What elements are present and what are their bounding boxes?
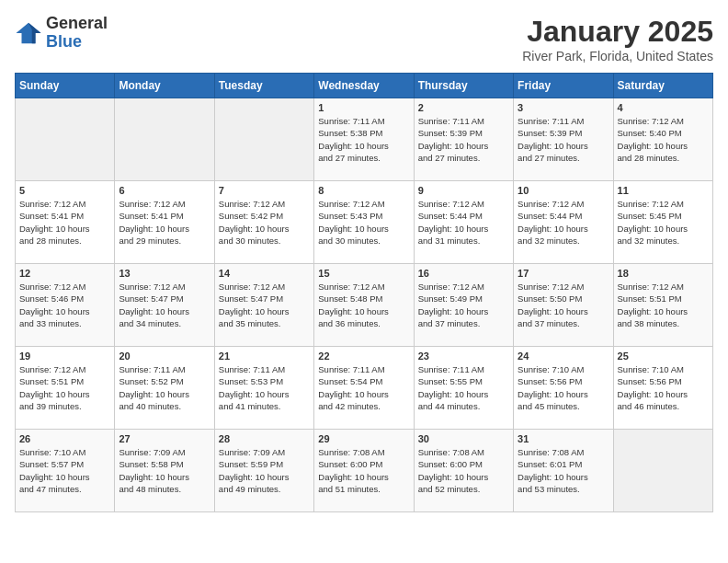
day-info: Sunrise: 7:11 AM Sunset: 5:53 PM Dayligh…: [219, 363, 310, 412]
day-info: Sunrise: 7:12 AM Sunset: 5:40 PM Dayligh…: [618, 115, 709, 164]
day-number: 21: [219, 350, 310, 362]
calendar-cell: 5Sunrise: 7:12 AM Sunset: 5:41 PM Daylig…: [16, 181, 115, 264]
calendar-cell: 8Sunrise: 7:12 AM Sunset: 5:43 PM Daylig…: [314, 181, 414, 264]
header-row: SundayMondayTuesdayWednesdayThursdayFrid…: [16, 74, 713, 98]
header-wednesday: Wednesday: [314, 74, 414, 98]
day-info: Sunrise: 7:11 AM Sunset: 5:55 PM Dayligh…: [418, 363, 509, 412]
day-info: Sunrise: 7:12 AM Sunset: 5:47 PM Dayligh…: [219, 281, 310, 329]
week-row-1: 1Sunrise: 7:11 AM Sunset: 5:38 PM Daylig…: [16, 98, 713, 181]
day-number: 13: [119, 268, 210, 279]
calendar-cell: 22Sunrise: 7:11 AM Sunset: 5:54 PM Dayli…: [314, 347, 414, 430]
day-number: 31: [518, 433, 609, 444]
header-thursday: Thursday: [414, 74, 513, 98]
calendar-cell: 31Sunrise: 7:08 AM Sunset: 6:01 PM Dayli…: [514, 430, 613, 512]
day-info: Sunrise: 7:08 AM Sunset: 6:00 PM Dayligh…: [418, 446, 509, 495]
header-monday: Monday: [115, 74, 214, 98]
week-row-5: 26Sunrise: 7:10 AM Sunset: 5:57 PM Dayli…: [16, 430, 713, 512]
calendar-cell: 10Sunrise: 7:12 AM Sunset: 5:44 PM Dayli…: [514, 181, 613, 264]
page-header: General Blue January 2025 River Park, Fl…: [15, 15, 713, 63]
page-subtitle: River Park, Florida, United States: [522, 49, 713, 63]
calendar-cell: 18Sunrise: 7:12 AM Sunset: 5:51 PM Dayli…: [613, 264, 712, 347]
day-number: 14: [219, 268, 310, 279]
logo: General Blue: [15, 15, 108, 52]
day-number: 28: [219, 433, 310, 444]
day-info: Sunrise: 7:12 AM Sunset: 5:44 PM Dayligh…: [518, 198, 609, 247]
day-number: 9: [418, 185, 509, 196]
calendar-cell: 28Sunrise: 7:09 AM Sunset: 5:59 PM Dayli…: [214, 430, 313, 512]
day-number: 18: [618, 268, 709, 279]
day-number: 10: [518, 185, 609, 196]
calendar-body: 1Sunrise: 7:11 AM Sunset: 5:38 PM Daylig…: [16, 98, 713, 512]
header-tuesday: Tuesday: [214, 74, 313, 98]
day-info: Sunrise: 7:12 AM Sunset: 5:43 PM Dayligh…: [318, 198, 409, 247]
day-number: 7: [219, 185, 310, 196]
day-number: 30: [418, 433, 509, 444]
day-number: 11: [618, 185, 709, 196]
calendar-cell: 20Sunrise: 7:11 AM Sunset: 5:52 PM Dayli…: [115, 347, 214, 430]
day-info: Sunrise: 7:12 AM Sunset: 5:51 PM Dayligh…: [618, 281, 709, 329]
calendar-cell: 17Sunrise: 7:12 AM Sunset: 5:50 PM Dayli…: [514, 264, 613, 347]
calendar-cell: 6Sunrise: 7:12 AM Sunset: 5:41 PM Daylig…: [115, 181, 214, 264]
week-row-4: 19Sunrise: 7:12 AM Sunset: 5:51 PM Dayli…: [16, 347, 713, 430]
day-info: Sunrise: 7:09 AM Sunset: 5:59 PM Dayligh…: [219, 446, 310, 495]
day-number: 19: [19, 350, 110, 362]
calendar-cell: 1Sunrise: 7:11 AM Sunset: 5:38 PM Daylig…: [314, 98, 414, 181]
day-info: Sunrise: 7:10 AM Sunset: 5:56 PM Dayligh…: [518, 363, 609, 412]
day-info: Sunrise: 7:12 AM Sunset: 5:41 PM Dayligh…: [119, 198, 210, 247]
day-info: Sunrise: 7:11 AM Sunset: 5:52 PM Dayligh…: [119, 363, 210, 412]
day-number: 4: [618, 102, 709, 113]
day-info: Sunrise: 7:10 AM Sunset: 5:56 PM Dayligh…: [618, 363, 709, 412]
day-info: Sunrise: 7:12 AM Sunset: 5:41 PM Dayligh…: [19, 198, 110, 247]
day-info: Sunrise: 7:12 AM Sunset: 5:44 PM Dayligh…: [418, 198, 509, 247]
header-sunday: Sunday: [16, 74, 115, 98]
calendar-cell: 25Sunrise: 7:10 AM Sunset: 5:56 PM Dayli…: [613, 347, 712, 430]
calendar-cell: [115, 98, 214, 181]
day-number: 8: [318, 185, 409, 196]
day-info: Sunrise: 7:12 AM Sunset: 5:51 PM Dayligh…: [19, 363, 110, 412]
calendar-cell: 3Sunrise: 7:11 AM Sunset: 5:39 PM Daylig…: [514, 98, 613, 181]
header-friday: Friday: [514, 74, 613, 98]
day-info: Sunrise: 7:10 AM Sunset: 5:57 PM Dayligh…: [19, 446, 110, 495]
calendar-cell: 29Sunrise: 7:08 AM Sunset: 6:00 PM Dayli…: [314, 430, 414, 512]
calendar-cell: 19Sunrise: 7:12 AM Sunset: 5:51 PM Dayli…: [16, 347, 115, 430]
title-block: January 2025 River Park, Florida, United…: [522, 15, 713, 63]
day-number: 29: [318, 433, 409, 444]
logo-icon: [15, 19, 42, 47]
week-row-2: 5Sunrise: 7:12 AM Sunset: 5:41 PM Daylig…: [16, 181, 713, 264]
day-info: Sunrise: 7:12 AM Sunset: 5:45 PM Dayligh…: [618, 198, 709, 247]
calendar-cell: 12Sunrise: 7:12 AM Sunset: 5:46 PM Dayli…: [16, 264, 115, 347]
page-title: January 2025: [522, 15, 713, 49]
day-info: Sunrise: 7:12 AM Sunset: 5:42 PM Dayligh…: [219, 198, 310, 247]
day-number: 23: [418, 350, 509, 362]
calendar-cell: 9Sunrise: 7:12 AM Sunset: 5:44 PM Daylig…: [414, 181, 513, 264]
week-row-3: 12Sunrise: 7:12 AM Sunset: 5:46 PM Dayli…: [16, 264, 713, 347]
day-number: 25: [618, 350, 709, 362]
day-info: Sunrise: 7:12 AM Sunset: 5:48 PM Dayligh…: [318, 281, 409, 329]
calendar-cell: 23Sunrise: 7:11 AM Sunset: 5:55 PM Dayli…: [414, 347, 513, 430]
calendar-cell: 4Sunrise: 7:12 AM Sunset: 5:40 PM Daylig…: [613, 98, 712, 181]
day-number: 16: [418, 268, 509, 279]
day-info: Sunrise: 7:09 AM Sunset: 5:58 PM Dayligh…: [119, 446, 210, 495]
day-info: Sunrise: 7:08 AM Sunset: 6:01 PM Dayligh…: [518, 446, 609, 495]
calendar-cell: [16, 98, 115, 181]
calendar-cell: 24Sunrise: 7:10 AM Sunset: 5:56 PM Dayli…: [514, 347, 613, 430]
calendar-cell: 2Sunrise: 7:11 AM Sunset: 5:39 PM Daylig…: [414, 98, 513, 181]
calendar-table: SundayMondayTuesdayWednesdayThursdayFrid…: [15, 73, 713, 512]
day-number: 15: [318, 268, 409, 279]
calendar-cell: 14Sunrise: 7:12 AM Sunset: 5:47 PM Dayli…: [214, 264, 313, 347]
calendar-cell: 26Sunrise: 7:10 AM Sunset: 5:57 PM Dayli…: [16, 430, 115, 512]
day-info: Sunrise: 7:12 AM Sunset: 5:49 PM Dayligh…: [418, 281, 509, 329]
day-info: Sunrise: 7:11 AM Sunset: 5:54 PM Dayligh…: [318, 363, 409, 412]
calendar-cell: 13Sunrise: 7:12 AM Sunset: 5:47 PM Dayli…: [115, 264, 214, 347]
calendar-cell: 11Sunrise: 7:12 AM Sunset: 5:45 PM Dayli…: [613, 181, 712, 264]
day-info: Sunrise: 7:12 AM Sunset: 5:47 PM Dayligh…: [119, 281, 210, 329]
day-number: 17: [518, 268, 609, 279]
day-info: Sunrise: 7:11 AM Sunset: 5:39 PM Dayligh…: [418, 115, 509, 164]
day-number: 20: [119, 350, 210, 362]
day-number: 2: [418, 102, 509, 113]
calendar-header: SundayMondayTuesdayWednesdayThursdayFrid…: [16, 74, 713, 98]
day-number: 3: [518, 102, 609, 113]
day-number: 5: [19, 185, 110, 196]
header-saturday: Saturday: [613, 74, 712, 98]
calendar-cell: [613, 430, 712, 512]
